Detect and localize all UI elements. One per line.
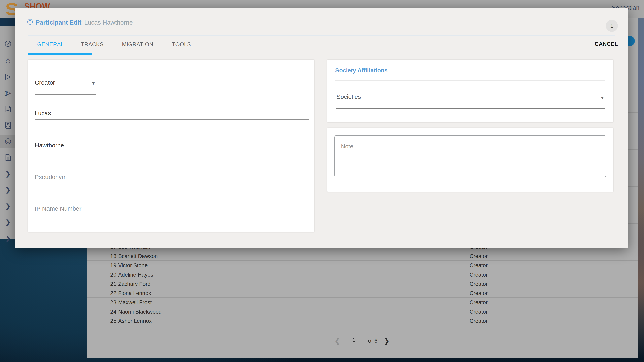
sidebar-item-contacts[interactable] [0, 119, 16, 132]
gauge-icon [4, 40, 12, 48]
participant-role: Creator [470, 253, 488, 259]
societies-label: Societies [336, 93, 361, 100]
row-number: 21 [98, 281, 116, 287]
participant-name: Naomi Blackwood [118, 309, 162, 315]
file-text-icon [4, 153, 12, 162]
participant-name: Zachary Ford [118, 281, 150, 287]
sidebar-header-block [0, 18, 16, 26]
select-underline [35, 94, 96, 94]
row-number: 20 [98, 272, 116, 278]
pseudonym-input[interactable] [35, 174, 308, 183]
count-badge: 1 [606, 20, 618, 32]
cancel-button[interactable]: CANCEL [595, 41, 618, 47]
tab-migration[interactable]: MIGRATION [122, 41, 153, 48]
first-name-input[interactable] [35, 110, 308, 120]
table-row[interactable]: 19Victor StoneCreator [86, 261, 638, 270]
sidebar-item-documents[interactable] [0, 151, 16, 164]
sidebar-item-expand-1[interactable]: ❯ [0, 167, 16, 180]
play-icon: ▷ [5, 73, 11, 80]
participant-name: Asher Lennox [118, 318, 152, 324]
row-number: 19 [98, 263, 116, 269]
participant-name: Fiona Lennox [118, 290, 151, 297]
sidebar-item-play[interactable]: ▷ [0, 70, 16, 83]
chevron-right-icon: ❯ [6, 203, 10, 210]
fast-forward-icon: ▷▷ [5, 89, 11, 96]
participant-role: Creator [470, 318, 488, 324]
pagination: ❮ of 6 ❯ [86, 334, 638, 348]
participant-name: Scarlett Dawson [118, 253, 158, 259]
table-row[interactable]: 23Maxwell FrostCreator [86, 298, 638, 307]
participant-type-value: Creator [35, 79, 55, 86]
participant-form-card: Creator ▼ [28, 59, 314, 232]
sidebar-item-reports[interactable] [0, 102, 16, 116]
participant-role: Creator [470, 290, 488, 297]
participant-role: Creator [470, 300, 488, 306]
select-underline [336, 108, 605, 109]
table-row[interactable]: 25Asher LennoxCreator [86, 316, 638, 325]
sidebar-item-expand-3[interactable]: ❯ [0, 199, 16, 213]
address-book-icon [4, 121, 12, 129]
society-affiliations-card: Society Affiliations Societies ▼ [327, 59, 613, 122]
file-signature-icon [4, 105, 12, 113]
note-card [327, 128, 613, 192]
modal-title: Participant Edit [36, 19, 81, 26]
last-name-input[interactable] [35, 142, 308, 152]
ip-name-number-input[interactable] [35, 205, 308, 215]
chevron-right-icon: ❯ [6, 186, 10, 193]
chevron-down-icon: ▼ [600, 95, 604, 100]
row-number: 24 [98, 309, 116, 315]
sidebar-item-dashboard[interactable] [0, 37, 16, 50]
next-page-button[interactable]: ❯ [384, 338, 389, 345]
page-count-label: of 6 [368, 338, 378, 344]
star-icon: ☆ [4, 56, 12, 64]
sidebar: ☆ ▷ ▷▷ © ❯ ❯ ❯ ❯ ❯ [0, 26, 16, 239]
note-textarea[interactable] [334, 135, 606, 177]
participant-type-select[interactable]: Creator ▼ [35, 79, 96, 86]
chevron-down-icon: ▼ [91, 81, 96, 86]
table-row[interactable]: 24Naomi BlackwoodCreator [86, 307, 638, 316]
chevron-right-icon: ❯ [6, 235, 10, 242]
modal-subtitle: Lucas Hawthorne [84, 19, 132, 26]
table-row[interactable]: 22Fiona LennoxCreator [86, 288, 638, 298]
society-affiliations-heading: Society Affiliations [335, 67, 388, 74]
table-row[interactable]: 21Zachary FordCreator [86, 279, 638, 288]
participant-role: Creator [470, 281, 488, 287]
row-number: 22 [98, 290, 116, 297]
societies-select[interactable]: Societies ▼ [336, 93, 605, 100]
sidebar-item-favorites[interactable]: ☆ [0, 54, 16, 67]
sidebar-item-expand-4[interactable]: ❯ [0, 215, 16, 229]
tab-tools[interactable]: TOOLS [172, 41, 191, 48]
prev-page-button[interactable]: ❮ [335, 338, 340, 345]
modal-header: © Participant Edit Lucas Hawthorne [27, 18, 133, 26]
section-divider [335, 80, 605, 81]
table-header-divider [628, 49, 638, 49]
participant-name: Victor Stone [118, 263, 148, 269]
participant-role: Creator [470, 309, 488, 315]
participant-role: Creator [470, 263, 488, 269]
sidebar-item-expand-5[interactable]: ❯ [0, 232, 16, 245]
page-number-input[interactable] [347, 337, 361, 345]
sidebar-item-expand-2[interactable]: ❯ [0, 183, 16, 196]
tab-tracks[interactable]: TRACKS [81, 41, 104, 48]
row-number: 25 [98, 318, 116, 324]
participant-edit-modal: © Participant Edit Lucas Hawthorne 1 GEN… [15, 8, 628, 248]
chevron-right-icon: ❯ [6, 170, 10, 177]
participant-role: Creator [470, 272, 488, 278]
active-tab-indicator [28, 53, 92, 55]
tab-general[interactable]: GENERAL [37, 41, 64, 48]
table-row[interactable]: 20Adeline HayesCreator [86, 270, 638, 279]
copyright-icon: © [5, 137, 11, 145]
participant-name: Maxwell Frost [118, 300, 152, 306]
sidebar-item-copyright[interactable]: © [0, 135, 16, 148]
header-divider [28, 35, 615, 36]
participant-name: Adeline Hayes [118, 272, 153, 278]
table-row[interactable]: 18Scarlett DawsonCreator [86, 251, 638, 261]
row-number: 18 [98, 253, 116, 259]
row-number: 23 [98, 300, 116, 306]
copyright-icon: © [27, 18, 33, 26]
chevron-right-icon: ❯ [6, 219, 10, 226]
sidebar-item-fast-forward[interactable]: ▷▷ [0, 86, 16, 99]
